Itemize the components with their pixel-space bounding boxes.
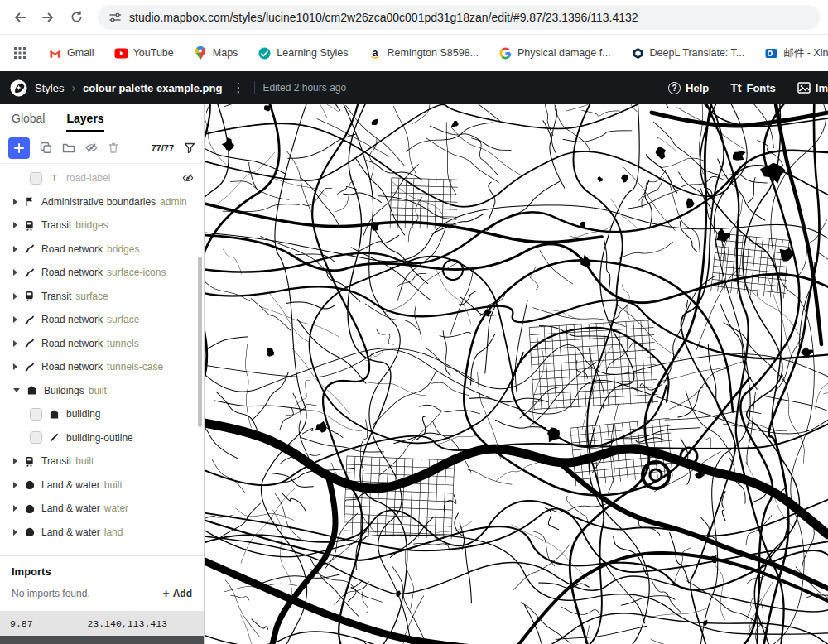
layer-row[interactable]: building: [0, 402, 204, 426]
learning-favicon: [258, 46, 272, 60]
layer-row[interactable]: Land & waterwater: [0, 497, 204, 521]
layer-row[interactable]: Troad-label: [0, 166, 204, 190]
zoom-level: 9.87: [10, 618, 33, 629]
layer-name: Road network: [41, 338, 103, 349]
bookmark-label: YouTube: [133, 47, 174, 59]
layer-source: built: [75, 455, 94, 467]
tab-layers[interactable]: Layers: [66, 104, 104, 132]
mapbox-logo-icon[interactable]: [10, 79, 27, 97]
layer-row[interactable]: Road networktunnels: [0, 332, 204, 356]
chevron-right-icon[interactable]: [13, 482, 17, 488]
layer-name: Transit: [41, 219, 71, 231]
layer-row[interactable]: Administrative boundariesadmin: [0, 190, 204, 214]
layer-row[interactable]: building-outline: [0, 426, 204, 450]
images-button[interactable]: Im: [797, 82, 828, 94]
layer-row[interactable]: Road networktunnels-case: [0, 355, 204, 379]
layer-row[interactable]: Buildingsbuilt: [0, 379, 204, 403]
chevron-right-icon[interactable]: [13, 458, 17, 464]
layer-name: Transit: [41, 455, 71, 467]
layer-checkbox[interactable]: [30, 172, 42, 185]
screen: studio.mapbox.com/styles/lucine1010/cm2w…: [0, 0, 828, 644]
fonts-label: Fonts: [746, 82, 775, 94]
chevron-right-icon[interactable]: [13, 199, 17, 205]
layers-list: Troad-labelAdministrative boundariesadmi…: [0, 164, 204, 555]
chevron-right-icon[interactable]: [13, 269, 17, 276]
layer-checkbox[interactable]: [30, 431, 42, 444]
header-divider: [254, 81, 255, 94]
trash-icon[interactable]: [108, 142, 119, 154]
back-icon[interactable]: [8, 6, 31, 29]
layer-source: tunnels-case: [107, 361, 163, 372]
maps-favicon: [194, 46, 208, 60]
imports-empty-text: No imports found.: [12, 588, 90, 599]
image-icon: [797, 82, 811, 94]
line-icon: [49, 432, 60, 443]
bookmark-label: Remington S8598...: [388, 47, 479, 59]
chevron-right-icon[interactable]: [13, 293, 17, 300]
duplicate-icon[interactable]: [40, 142, 52, 154]
layer-checkbox[interactable]: [30, 408, 42, 421]
layer-name: Land & water: [41, 502, 100, 514]
fonts-button[interactable]: Tt Fonts: [730, 81, 776, 94]
bookmark-learning[interactable]: Learning Styles: [258, 46, 348, 60]
bookmarks-bar: GmailYouTubeMapsLearning StylesaRemingto…: [0, 35, 828, 71]
bookmark-maps[interactable]: Maps: [194, 46, 238, 60]
coordinates: 23.140,113.413: [87, 618, 167, 629]
add-layer-button[interactable]: [8, 137, 30, 159]
layer-row[interactable]: Land & waterbuilt: [0, 473, 204, 497]
layer-name: Land & water: [41, 479, 100, 491]
help-button[interactable]: ? Help: [668, 82, 709, 94]
chevron-right-icon[interactable]: [13, 316, 17, 323]
bookmark-amazon[interactable]: aRemington S8598...: [368, 46, 479, 60]
chevron-right-icon[interactable]: [13, 363, 17, 370]
url-bar[interactable]: studio.mapbox.com/styles/lucine1010/cm2w…: [98, 5, 820, 30]
chevron-right-icon[interactable]: [13, 222, 17, 228]
site-info-icon[interactable]: [108, 11, 122, 24]
bookmark-outlook[interactable]: 邮件 - Xinyu: [764, 46, 828, 60]
folder-icon[interactable]: [62, 142, 75, 154]
filter-icon[interactable]: [184, 142, 195, 153]
chevron-down-icon[interactable]: [13, 388, 20, 392]
map-area[interactable]: [205, 104, 828, 644]
bookmark-gmail[interactable]: Gmail: [48, 46, 94, 60]
refresh-icon[interactable]: [65, 6, 88, 29]
layer-row[interactable]: Road networkbridges: [0, 238, 204, 262]
road-icon: [24, 243, 35, 254]
bookmark-google[interactable]: Physical damage f...: [498, 46, 611, 60]
layer-row[interactable]: Transitbridges: [0, 214, 204, 238]
road-icon: [24, 267, 35, 278]
layer-row[interactable]: Road networksurface-icons: [0, 261, 204, 285]
bookmark-label: Maps: [213, 47, 238, 59]
layer-row[interactable]: Transitsurface: [0, 285, 204, 309]
add-import-button[interactable]: + Add: [162, 587, 192, 600]
layer-name: building-outline: [66, 432, 133, 444]
url-text: studio.mapbox.com/styles/lucine1010/cm2w…: [129, 11, 638, 24]
layer-row[interactable]: Transitbuilt: [0, 449, 204, 473]
chevron-right-icon[interactable]: [13, 340, 17, 347]
sidebar-scrollbar[interactable]: [198, 257, 202, 427]
apps-grid-icon[interactable]: [12, 45, 28, 61]
bookmark-label: Learning Styles: [277, 47, 348, 59]
bookmark-youtube[interactable]: YouTube: [114, 46, 174, 60]
visibility-off-icon[interactable]: [182, 172, 194, 184]
layer-name: Road network: [41, 314, 103, 325]
hide-layer-icon[interactable]: [85, 142, 98, 154]
tab-global[interactable]: Global: [12, 104, 45, 132]
more-options-icon[interactable]: ⋮: [229, 80, 247, 95]
layer-row[interactable]: Land & waterland: [0, 521, 204, 545]
chevron-right-icon[interactable]: [13, 505, 17, 512]
map-canvas[interactable]: [205, 104, 828, 644]
amazon-favicon: a: [368, 46, 383, 60]
flag-icon: [24, 196, 35, 207]
layer-source: admin: [160, 196, 187, 208]
imports-section: Imports No imports found. + Add: [0, 555, 204, 611]
breadcrumb-styles[interactable]: Styles: [35, 82, 64, 94]
chevron-right-icon[interactable]: [13, 529, 17, 536]
bookmark-deepl[interactable]: DeepL Translate: T...: [631, 46, 745, 60]
gmail-favicon: [48, 46, 62, 60]
layer-name: Administrative boundaries: [41, 196, 156, 208]
layer-source: built: [89, 385, 107, 396]
forward-icon[interactable]: [36, 6, 60, 29]
chevron-right-icon[interactable]: [13, 246, 17, 252]
layer-row[interactable]: Road networksurface: [0, 308, 204, 332]
